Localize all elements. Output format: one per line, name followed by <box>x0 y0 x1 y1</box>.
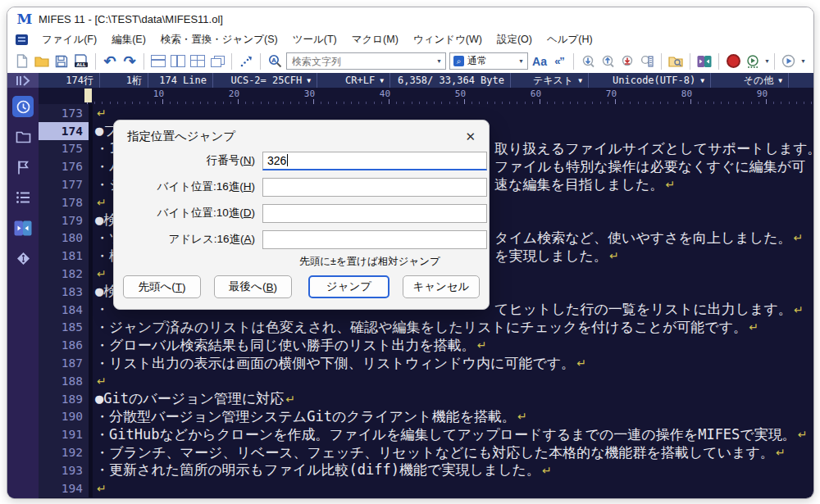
jump-to-top-button[interactable]: 先頭へ(T) <box>123 275 201 298</box>
line-number[interactable]: 175 <box>39 140 89 158</box>
line-number[interactable]: 178 <box>39 193 89 211</box>
close-icon[interactable]: ✕ <box>463 129 477 144</box>
dialog-title-bar[interactable]: 指定位置へジャンプ ✕ <box>114 120 489 148</box>
menu-item[interactable]: 設定(O) <box>490 33 540 47</box>
editor-line[interactable]: 185・ジャンプ済みのリストは色変えされ、確認や編集をしたリストにチェックを付け… <box>39 319 813 337</box>
run-button[interactable] <box>780 52 798 71</box>
line-text[interactable]: ・GitHubなどからクローンを作成。ファイルを編集してアップロードするまでの一… <box>93 425 813 443</box>
status-segment[interactable]: その他▼ <box>711 73 789 88</box>
line-number[interactable]: 191 <box>39 425 89 443</box>
find-next-button[interactable] <box>579 52 597 71</box>
status-segment[interactable]: テキスト▼ <box>511 73 589 88</box>
play-macro-button[interactable] <box>744 52 762 71</box>
line-number[interactable]: 192 <box>39 443 89 461</box>
editor-line[interactable]: 188↵ <box>39 372 813 390</box>
search-mode-select[interactable]: ⌕ 通常 ▼ <box>449 52 528 70</box>
menu-item[interactable]: 検索・置換・ジャンプ(S) <box>153 33 285 47</box>
chevron-down-icon[interactable]: ▼ <box>700 77 704 84</box>
chevron-down-icon[interactable]: ▼ <box>307 77 311 84</box>
line-text[interactable]: ↵ <box>93 372 813 390</box>
line-text[interactable]: ・グローバル検索結果も同じ使い勝手のリスト出力を搭載。↵ <box>93 336 813 354</box>
editor-line[interactable]: 193・更新された箇所の明示もファイル比較(diff)機能で実現しました。↵ <box>39 461 813 479</box>
chevron-down-icon[interactable]: ▼ <box>778 77 782 84</box>
line-number[interactable]: 185 <box>39 319 89 337</box>
line-number[interactable]: 180 <box>39 229 89 247</box>
line-number[interactable]: 187 <box>39 354 89 372</box>
line-number[interactable]: 193 <box>39 461 89 479</box>
line-number[interactable]: 173 <box>39 104 89 122</box>
grep-folder-button[interactable] <box>667 52 685 71</box>
title-bar[interactable]: M MIFES 11 - [C:\TEST\data\MIFES11.ol] <box>7 7 813 30</box>
jump-button-toolbar[interactable] <box>237 52 255 71</box>
search-list-button[interactable] <box>638 52 656 71</box>
line-number[interactable]: 176 <box>39 157 89 175</box>
status-segment[interactable]: UCS-2= 25CFH▼ <box>213 73 317 88</box>
line-text[interactable]: ●Gitのバージョン管理に対応↵ <box>93 390 813 408</box>
play-macro-dropdown[interactable]: ▼ <box>764 58 770 64</box>
search-input[interactable] <box>290 55 435 68</box>
editor-line[interactable]: 187・リスト出力の表示は画面の横側や下側、リストウィンドウ内に可能です。↵ <box>39 354 813 372</box>
jump-button[interactable]: ジャンプ <box>308 275 390 298</box>
line-number[interactable]: 179 <box>39 211 89 229</box>
search-label-button[interactable]: A <box>266 52 284 71</box>
sidebar-history-button[interactable] <box>12 96 34 117</box>
editor-line[interactable]: 192・ブランチ、マージ、リベース、フェッチ、リセットなどにも対応した本格的な機… <box>39 443 813 461</box>
line-number[interactable]: 194 <box>39 479 89 497</box>
line-number[interactable]: 184 <box>39 301 89 319</box>
status-segment[interactable]: Unicode(UTF-8)▼ <box>589 73 711 88</box>
line-number[interactable]: 183 <box>39 283 89 301</box>
menu-item[interactable]: ファイル(F) <box>34 33 104 47</box>
line-number[interactable]: 177 <box>39 175 89 193</box>
cancel-button[interactable]: キャンセル <box>403 275 480 298</box>
line-text[interactable]: ・ジャンプ済みのリストは色変えされ、確認や編集をしたリストにチェックを付けること… <box>93 319 813 337</box>
run-dropdown[interactable]: ▼ <box>800 58 806 64</box>
chevron-down-icon[interactable]: ▼ <box>578 77 582 84</box>
line-number[interactable]: 190 <box>39 408 89 426</box>
line-text[interactable]: ・更新された箇所の明示もファイル比較(diff)機能で実現しました。↵ <box>93 461 813 479</box>
find-to-end-button[interactable] <box>618 52 636 71</box>
line-text[interactable]: ・ブランチ、マージ、リベース、フェッチ、リセットなどにも対応した本格的な機能群を… <box>93 443 813 461</box>
chevron-down-icon[interactable]: ▼ <box>436 58 442 64</box>
editor-line[interactable]: 191・GitHubなどからクローンを作成。ファイルを編集してアップロードするま… <box>39 425 813 443</box>
line-text[interactable]: ・リスト出力の表示は画面の横側や下側、リストウィンドウ内に可能です。↵ <box>93 354 813 372</box>
compare-files-button[interactable] <box>695 52 713 71</box>
split-horizontal-button[interactable] <box>149 52 167 71</box>
save-all-button[interactable]: ALL <box>72 52 90 71</box>
line-text[interactable]: ↵ <box>93 479 813 497</box>
menu-item[interactable]: ウィンドウ(W) <box>406 33 490 47</box>
line-number[interactable]: 182 <box>39 265 89 283</box>
sidebar-folder-button[interactable] <box>12 126 34 148</box>
save-button[interactable] <box>52 52 71 71</box>
address-hex-field[interactable] <box>262 230 487 249</box>
search-input-combo[interactable]: ▼ <box>286 52 446 70</box>
find-prev-button[interactable] <box>599 52 617 71</box>
editor-line[interactable]: 189●Gitのバージョン管理に対応↵ <box>39 390 813 408</box>
line-number[interactable]: 181 <box>39 247 89 265</box>
editor-line[interactable]: 190・分散型バージョン管理システムGitのクライアント機能を搭載。↵ <box>39 408 813 426</box>
line-number[interactable]: 186 <box>39 336 89 354</box>
tile-windows-button[interactable] <box>189 52 207 71</box>
editor-line[interactable]: 186・グローバル検索結果も同じ使い勝手のリスト出力を搭載。↵ <box>39 336 813 354</box>
line-number[interactable]: 189 <box>39 390 89 408</box>
word-match-toggle[interactable]: «” <box>550 52 568 71</box>
new-file-button[interactable] <box>13 52 31 71</box>
editor-line[interactable]: 194↵ <box>39 479 813 497</box>
record-macro-button[interactable] <box>724 52 742 71</box>
sidebar-git-button[interactable] <box>12 247 34 269</box>
byte-pos-hex-field[interactable] <box>262 178 487 197</box>
line-number[interactable]: 188 <box>39 372 89 390</box>
case-sensitive-toggle[interactable]: Aa <box>531 52 549 71</box>
menu-item[interactable]: マクロ(M) <box>344 33 406 47</box>
sidebar-flag-button[interactable] <box>12 157 34 178</box>
byte-pos-dec-field[interactable] <box>262 204 487 223</box>
chevron-down-icon[interactable]: ▼ <box>380 77 384 84</box>
sidebar-list-button[interactable] <box>12 187 34 208</box>
expand-panel-button[interactable] <box>7 73 39 88</box>
sidebar-compare-button[interactable] <box>12 217 34 238</box>
cascade-windows-button[interactable] <box>208 52 226 71</box>
redo-button[interactable]: ↷ <box>121 52 139 71</box>
line-number-field[interactable]: 326 <box>262 152 487 170</box>
line-number[interactable]: 174 <box>39 122 89 140</box>
jump-to-bottom-button[interactable]: 最後へ(B) <box>214 275 292 298</box>
menu-item[interactable]: ヘルプ(H) <box>540 33 600 47</box>
